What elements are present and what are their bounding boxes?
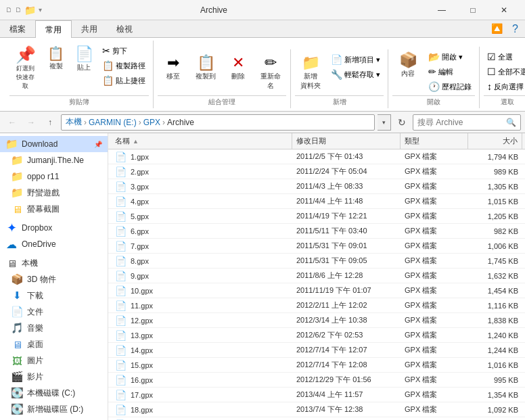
file-size: 1,454 KB bbox=[468, 287, 522, 295]
paste-button[interactable]: 📄 貼上 bbox=[70, 43, 97, 76]
rename-button[interactable]: ✏ 重新命名 bbox=[255, 52, 286, 94]
sidebar-item-game[interactable]: 📁 野蠻遊戲 bbox=[0, 185, 108, 201]
table-row[interactable]: 📄 15.gpx 2012/7/14 下午 12:08 GPX 檔案 1,016… bbox=[108, 358, 525, 373]
refresh-button[interactable]: ↻ bbox=[394, 114, 410, 131]
deselect-all-button[interactable]: ☐ 全部不選 bbox=[484, 64, 525, 79]
sidebar-item-screenshot[interactable]: 🖥 螢幕截圖 bbox=[0, 201, 108, 217]
back-button[interactable]: ← bbox=[4, 114, 20, 131]
col-header-size[interactable]: 大小 bbox=[468, 133, 522, 149]
file-icon: 📄 bbox=[115, 390, 127, 400]
sidebar-item-pc[interactable]: 🖥 本機 bbox=[0, 255, 108, 271]
open-icon: 📂 bbox=[428, 51, 440, 62]
path-dropdown-button[interactable]: ▾ bbox=[378, 114, 391, 131]
col-header-date[interactable]: 修改日期 bbox=[292, 133, 401, 149]
sidebar-item-oppo[interactable]: 📁 oppo r11 bbox=[0, 168, 108, 185]
new-folder-button[interactable]: 📁 新增資料夾 bbox=[295, 52, 326, 94]
table-row[interactable]: 📄 10.gpx 2011/11/19 下午 01:07 GPX 檔案 1,45… bbox=[108, 283, 525, 298]
table-row[interactable]: 📄 2.gpx 2011/2/24 下午 05:04 GPX 檔案 989 KB bbox=[108, 164, 525, 179]
path-item-gpx[interactable]: GPX bbox=[143, 118, 160, 127]
folder-icon: 📁 bbox=[11, 170, 23, 183]
invert-selection-button[interactable]: ↕ 反向選擇 bbox=[484, 79, 525, 94]
table-row[interactable]: 📄 17.gpx 2013/4/4 上午 11:57 GPX 檔案 1,354 … bbox=[108, 388, 525, 402]
table-row[interactable]: 📄 12.gpx 2012/3/14 上午 10:38 GPX 檔案 1,838… bbox=[108, 313, 525, 328]
up-button[interactable]: ↑ bbox=[42, 114, 58, 131]
cut-icon: ✂ bbox=[102, 45, 110, 56]
new-item-icon: 📄 bbox=[331, 54, 342, 65]
table-row[interactable]: 📄 16.gpx 2012/12/29 下午 01:56 GPX 檔案 995 … bbox=[108, 373, 525, 388]
history-button[interactable]: 🕐 歷程記錄 bbox=[425, 79, 475, 94]
table-row[interactable]: 📄 3.gpx 2011/4/3 上午 08:33 GPX 檔案 1,305 K… bbox=[108, 179, 525, 194]
table-row[interactable]: 📄 14.gpx 2012/7/14 下午 12:07 GPX 檔案 1,244… bbox=[108, 343, 525, 358]
edit-button[interactable]: ✏ 編輯 bbox=[425, 64, 475, 79]
table-row[interactable]: 📄 7.gpx 2011/5/31 下午 09:01 GPX 檔案 1,006 … bbox=[108, 239, 525, 254]
sidebar-item-documents[interactable]: 📄 文件 bbox=[0, 304, 108, 320]
col-header-name[interactable]: 名稱 ▲ bbox=[111, 133, 292, 149]
maximize-button[interactable]: □ bbox=[457, 0, 488, 20]
file-type: GPX 檔案 bbox=[401, 196, 468, 206]
sidebar-item-pictures[interactable]: 🖼 圖片 bbox=[0, 352, 108, 369]
path-item-archive: Archive bbox=[167, 118, 194, 127]
ribbon-pin-icon[interactable]: 🔼 bbox=[488, 20, 505, 37]
onedrive-icon: ☁ bbox=[5, 238, 18, 250]
table-row[interactable]: 📄 9.gpx 2011/8/6 上午 12:28 GPX 檔案 1,632 K… bbox=[108, 269, 525, 283]
videos-icon: 🎬 bbox=[11, 371, 23, 383]
sidebar-item-drive-d[interactable]: 💽 新增磁碟區 (D:) bbox=[0, 401, 108, 417]
table-row[interactable]: 📄 18.gpx 2013/7/4 下午 12:38 GPX 檔案 1,092 … bbox=[108, 402, 525, 417]
paste-shortcut-button[interactable]: 📋 貼上捷徑 bbox=[99, 73, 149, 88]
search-input[interactable] bbox=[417, 118, 503, 127]
delete-button[interactable]: ✕ 刪除 bbox=[223, 52, 254, 85]
open-button[interactable]: 📂 開啟 ▾ bbox=[425, 49, 475, 64]
select-all-button[interactable]: ☑ 全選 bbox=[484, 49, 525, 64]
new-small-btns: 📄 新增項目 ▾ 🔧 輕鬆存取 ▾ bbox=[327, 52, 384, 82]
col-header-type[interactable]: 類型 bbox=[401, 133, 468, 149]
close-button[interactable]: ✕ bbox=[488, 0, 520, 20]
tab-share[interactable]: 共用 bbox=[72, 20, 107, 37]
table-row[interactable]: 📄 1.gpx 2011/2/5 下午 01:43 GPX 檔案 1,794 K… bbox=[108, 149, 525, 164]
history-icon: 🕐 bbox=[428, 81, 440, 92]
tab-view[interactable]: 檢視 bbox=[107, 20, 142, 37]
table-row[interactable]: 📄 11.gpx 2012/2/11 上午 12:02 GPX 檔案 1,116… bbox=[108, 298, 525, 313]
address-path[interactable]: 本機 › GARMIN (E:) › GPX › Archive bbox=[61, 114, 375, 131]
sidebar-item-downloads[interactable]: ⬇ 下載 bbox=[0, 287, 108, 304]
window-title: Archive bbox=[1, 5, 426, 15]
path-item-garmin[interactable]: GARMIN (E:) bbox=[89, 118, 137, 127]
properties-button[interactable]: 📦 內容 bbox=[392, 49, 424, 82]
sidebar-item-download[interactable]: 📁 Download 📌 bbox=[0, 136, 108, 152]
help-icon[interactable]: ? bbox=[509, 20, 521, 38]
sidebar-item-onedrive[interactable]: ☁ OneDrive bbox=[0, 236, 108, 252]
file-size: 1,205 KB bbox=[468, 212, 522, 220]
table-row[interactable]: 📄 5.gpx 2011/4/19 下午 12:21 GPX 檔案 1,205 … bbox=[108, 209, 525, 224]
table-row[interactable]: 📄 8.gpx 2011/5/31 下午 09:05 GPX 檔案 1,745 … bbox=[108, 254, 525, 269]
minimize-button[interactable]: — bbox=[426, 0, 457, 20]
table-row[interactable]: 📄 4.gpx 2011/4/4 上午 11:48 GPX 檔案 1,015 K… bbox=[108, 194, 525, 209]
sidebar-item-videos[interactable]: 🎬 影片 bbox=[0, 369, 108, 385]
table-row[interactable]: 📄 13.gpx 2012/6/2 下午 02:53 GPX 檔案 1,240 … bbox=[108, 328, 525, 343]
file-size: 1,244 KB bbox=[468, 346, 522, 354]
copy-path-button[interactable]: 📋 複製路徑 bbox=[99, 58, 149, 73]
select-all-icon: ☑ bbox=[487, 51, 496, 62]
sidebar-item-desktop[interactable]: 🖥 桌面 bbox=[0, 336, 108, 352]
file-list: 名稱 ▲ 修改日期 類型 大小 📄 1.gpx 2011/2/5 下午 01:4… bbox=[108, 133, 525, 420]
file-icon: 📄 bbox=[115, 360, 127, 371]
file-type: GPX 檔案 bbox=[401, 166, 468, 177]
path-item-pc[interactable]: 本機 bbox=[66, 116, 82, 128]
copy-to-button[interactable]: 📋 複製到 bbox=[190, 52, 221, 85]
forward-button[interactable]: → bbox=[23, 114, 39, 131]
tab-file[interactable]: 檔案 bbox=[0, 20, 35, 37]
table-row[interactable]: 📄 6.gpx 2011/5/11 下午 03:40 GPX 檔案 982 KB bbox=[108, 224, 525, 239]
sidebar-item-dropbox[interactable]: ✦ Dropbox bbox=[0, 220, 108, 236]
new-item-button[interactable]: 📄 新增項目 ▾ bbox=[327, 52, 384, 67]
table-row[interactable]: 📄 19.gpx 2013/7/4 下午 02:26 GPX 檔案 354 KB bbox=[108, 417, 525, 420]
search-box[interactable]: 🔍 bbox=[413, 114, 521, 131]
sidebar-item-jumanji[interactable]: 📁 Jumanji.The.Ne bbox=[0, 152, 108, 168]
file-size: 1,116 KB bbox=[468, 302, 522, 310]
move-to-button[interactable]: ➡ 移至 bbox=[158, 52, 189, 85]
tab-home[interactable]: 常用 bbox=[35, 20, 72, 38]
copy-button[interactable]: 📋 複製 bbox=[43, 43, 69, 74]
sidebar-item-music[interactable]: 🎵 音樂 bbox=[0, 320, 108, 336]
sidebar-item-3d[interactable]: 📦 3D 物件 bbox=[0, 271, 108, 287]
pin-to-quick-access-button[interactable]: 📌 釘選到快速存取 bbox=[9, 43, 41, 94]
sidebar-item-drive-c[interactable]: 💽 本機磁碟 (C:) bbox=[0, 385, 108, 401]
cut-button[interactable]: ✂ 剪下 bbox=[99, 43, 149, 58]
easy-access-button[interactable]: 🔧 輕鬆存取 ▾ bbox=[327, 67, 384, 82]
